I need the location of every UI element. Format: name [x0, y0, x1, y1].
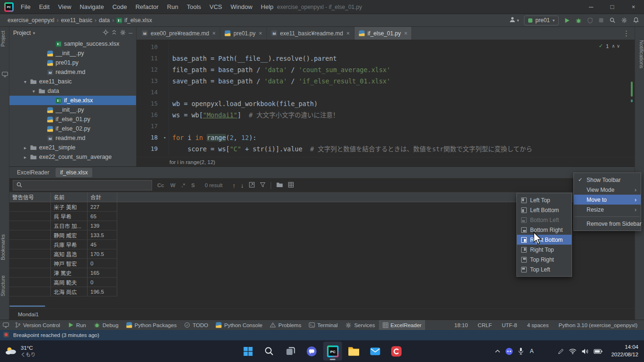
line-number[interactable]: 13 [137, 75, 161, 87]
start-taskbar-button[interactable] [239, 342, 258, 361]
close-tab-icon[interactable]: × [346, 30, 350, 37]
search-option-w[interactable]: W [170, 182, 176, 188]
debug-button[interactable] [575, 17, 582, 24]
statusbar-services[interactable]: Services [341, 320, 378, 330]
project-view-selector[interactable]: Project [13, 30, 31, 36]
line-number[interactable]: 10 [137, 41, 161, 53]
code-editor[interactable]: 1011base_path = Path(__file__).resolve()… [137, 40, 635, 157]
tree-item-if-else-xlsx[interactable]: if_else.xlsx [9, 96, 136, 105]
teams-taskbar-button[interactable] [302, 342, 321, 361]
chevron-right-icon[interactable]: ▸ [23, 155, 28, 160]
tab-options-icon[interactable]: ⋮ [618, 27, 635, 40]
line-number[interactable]: 18 [137, 132, 161, 143]
search-option-cc[interactable]: Cc [157, 182, 164, 188]
menu-refactor[interactable]: Refactor [131, 0, 163, 14]
pen-icon[interactable] [558, 348, 564, 354]
table-header[interactable]: 警告信号 [9, 192, 51, 202]
tree-item-pre01-py[interactable]: pre01.py [9, 58, 136, 67]
statusbar-problems[interactable]: Problems [266, 320, 305, 330]
statusbar-python-console[interactable]: Python Console [212, 320, 266, 330]
pycharm-taskbar-button[interactable]: PC [323, 342, 342, 361]
search-everywhere-icon[interactable] [609, 17, 616, 24]
sheet-tab-mondai1[interactable]: Mondai1 [18, 312, 39, 317]
stripe-notifications-tab[interactable]: Notifications [635, 40, 644, 68]
minimize-button[interactable]: ─ [580, 0, 602, 14]
editor-tab-pre01-py[interactable]: pre01.py× [220, 27, 267, 40]
editor-tab-if-else-01-py[interactable]: if_else_01.py× [354, 27, 412, 40]
statusbar-18-10[interactable]: 18:10 [454, 322, 468, 328]
panel-options-icon[interactable] [120, 29, 126, 37]
close-button[interactable]: × [623, 0, 644, 14]
menu-item-right-bottom[interactable]: Right Bottom [517, 235, 572, 245]
menu-item-resize[interactable]: Resize› [574, 205, 641, 214]
statusbar-utf-8[interactable]: UTF-8 [502, 322, 517, 328]
menu-item-show-toolbar[interactable]: ✓Show Toolbar [574, 175, 641, 185]
tree-item-exe22-count-sum-average[interactable]: ▸exe22_count_sum_average [9, 152, 136, 162]
menu-item-top-left[interactable]: Top Left [517, 264, 572, 274]
clock[interactable]: 14:04 2022/08/12 [611, 344, 638, 358]
discord-icon[interactable] [505, 347, 513, 355]
chevron-down-icon[interactable]: ▾ [23, 79, 28, 84]
fold-icon[interactable]: ▾ [161, 132, 169, 143]
tree-item-exe21-simple[interactable]: ▸exe21_simple [9, 143, 136, 152]
prev-problem-icon[interactable]: ∧ [612, 43, 616, 49]
search-option-[interactable]: .* [182, 182, 185, 188]
breadcrumb-item[interactable]: data [97, 17, 112, 24]
statusbar-terminal[interactable]: Terminal [305, 320, 341, 330]
menu-item-view-mode[interactable]: View Mode› [574, 185, 641, 195]
tree-item-sample-success-xlsx[interactable]: sample_success.xlsx [9, 39, 136, 49]
editor-breadcrumb[interactable]: for i in range(2, 12) [137, 157, 635, 166]
chevron-down-icon[interactable]: ▾ [31, 89, 36, 94]
settings-icon[interactable] [621, 17, 628, 24]
tree-item-if-else-01-py[interactable]: if_else_01.py [9, 115, 136, 124]
statusbar-version-control[interactable]: Version Control [11, 320, 64, 330]
menu-window[interactable]: Window [226, 0, 257, 14]
menu-help[interactable]: Help [257, 0, 278, 14]
search-option-s[interactable]: S [191, 182, 195, 188]
breadcrumb-item[interactable]: exe11_basic [59, 17, 94, 24]
menu-file[interactable]: File [16, 0, 35, 14]
open-in-editor-icon[interactable] [249, 182, 255, 189]
search-input[interactable] [25, 182, 149, 189]
menu-edit[interactable]: Edit [35, 0, 54, 14]
tree-item-init-py[interactable]: __init__.py [9, 105, 136, 115]
tree-item-init-py[interactable]: __init__.py [9, 49, 136, 58]
volume-icon[interactable] [581, 348, 589, 354]
run-config-selector[interactable]: pre01 ▾ [524, 16, 559, 25]
search-field[interactable] [13, 180, 152, 190]
tree-item-exe11-basic[interactable]: ▾exe11_basic [9, 77, 136, 86]
line-number[interactable]: 17 [137, 121, 161, 132]
statusbar-4-spaces[interactable]: 4 spaces [527, 322, 548, 328]
menu-code[interactable]: Code [108, 0, 131, 14]
menu-item-move-to[interactable]: Move to› [574, 195, 641, 205]
close-tab-icon[interactable]: × [259, 30, 262, 37]
search-taskbar-button[interactable] [260, 342, 279, 361]
line-number[interactable]: 16 [137, 109, 161, 121]
filter-icon[interactable] [260, 182, 266, 189]
menu-item-left-top[interactable]: Left Top [517, 195, 572, 205]
statusbar-crlf[interactable]: CRLF [478, 322, 492, 328]
open-file-icon[interactable] [276, 182, 283, 189]
coverage-button[interactable] [587, 17, 593, 24]
toolwindow-switcher-icon[interactable] [0, 320, 11, 330]
editor-tab-exe00-pre-readme-md[interactable]: Mexe00_pre¥readme.md× [137, 27, 220, 40]
menu-navigate[interactable]: Navigate [75, 0, 108, 14]
mic-icon[interactable] [518, 347, 524, 355]
close-tab-icon[interactable]: × [212, 30, 216, 37]
weather-widget[interactable]: 31°C くもり [0, 345, 36, 358]
statusbar-todo[interactable]: TODO [180, 320, 212, 330]
line-number[interactable]: 12 [137, 64, 161, 75]
menu-item-remove-from-sidebar[interactable]: Remove from Sidebar [574, 219, 641, 229]
chevron-right-icon[interactable]: ▸ [23, 145, 28, 150]
editor-tab-exe11-basic-readme-md[interactable]: Mexe11_basic¥readme.md× [267, 27, 354, 40]
menu-vcs[interactable]: VCS [205, 0, 226, 14]
toolwindow-tab-if-else-xlsx[interactable]: if_else.xlsx [56, 168, 93, 177]
wifi-icon[interactable] [569, 348, 577, 354]
collapse-all-icon[interactable] [111, 29, 117, 37]
stop-button[interactable] [598, 17, 604, 23]
line-number[interactable]: 11 [137, 53, 161, 64]
stripe-project-tab[interactable]: Project [0, 31, 9, 47]
project-stripe-icon[interactable] [0, 72, 9, 77]
line-number[interactable]: 15 [137, 98, 161, 109]
menu-view[interactable]: View [54, 0, 75, 14]
